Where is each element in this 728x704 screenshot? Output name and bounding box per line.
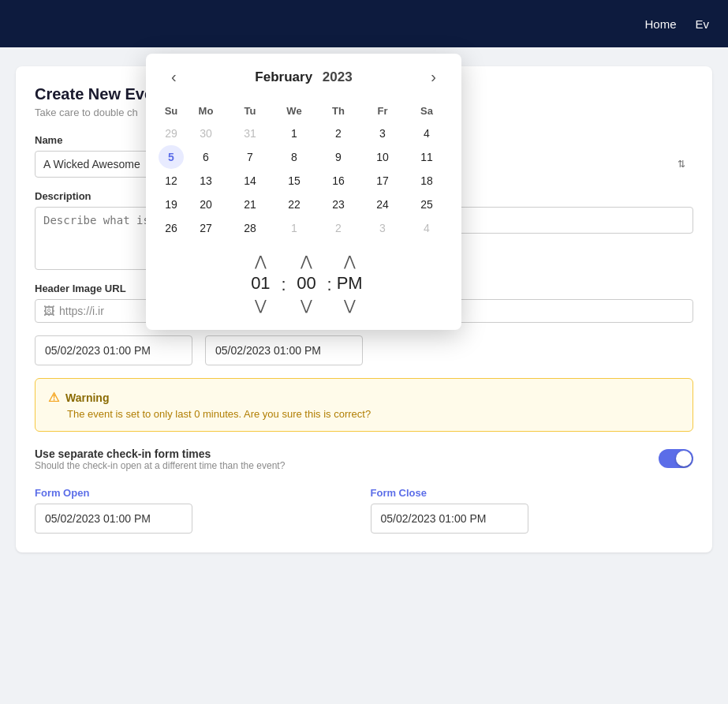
calendar-days-header-row: Su Mo Tu We Th Fr Sa bbox=[159, 100, 449, 122]
calendar-week-0: 2930311234 bbox=[159, 122, 449, 145]
ampm-value: PM bbox=[337, 273, 363, 294]
calendar-year: 2023 bbox=[323, 69, 353, 84]
calendar-day-1-4[interactable]: 9 bbox=[316, 145, 360, 169]
calendar-day-1-5[interactable]: 10 bbox=[360, 145, 405, 169]
calendar-week-4: 2627281234 bbox=[159, 216, 449, 240]
time-minutes-col: ⋀ 00 ⋁ bbox=[291, 253, 323, 314]
nav-ev-link[interactable]: Ev bbox=[695, 17, 709, 31]
calendar-day-1-2[interactable]: 7 bbox=[228, 145, 272, 169]
warning-message: The event is set to only last 0 minutes.… bbox=[67, 408, 680, 420]
time-separator-2: : bbox=[323, 275, 337, 295]
datetime-row bbox=[35, 335, 693, 365]
calendar-header: ‹ February 2023 › bbox=[159, 66, 449, 88]
time-picker: ⋀ 01 ⋁ : ⋀ 00 ⋁ : ⋀ PM ⋁ bbox=[159, 253, 449, 314]
calendar-day-4-0[interactable]: 26 bbox=[159, 216, 184, 240]
calendar-day-1-3[interactable]: 8 bbox=[272, 145, 316, 169]
checkin-toggle-sublabel: Should the check-in open at a different … bbox=[35, 460, 285, 471]
calendar-day-0-5[interactable]: 3 bbox=[360, 122, 405, 145]
calendar-week-1: 567891011 bbox=[159, 145, 449, 169]
calendar-popup: ‹ February 2023 › Su Mo Tu We Th Fr Sa bbox=[146, 54, 461, 330]
calendar-day-4-3[interactable]: 1 bbox=[272, 216, 316, 240]
calendar-week-3: 19202122232425 bbox=[159, 193, 449, 216]
calendar-day-1-0[interactable]: 5 bbox=[159, 145, 184, 169]
calendar-day-2-4[interactable]: 16 bbox=[316, 169, 360, 193]
warning-box: ⚠ Warning The event is set to only last … bbox=[35, 378, 693, 432]
top-navigation: Home Ev bbox=[0, 0, 728, 47]
time-hours-col: ⋀ 01 ⋁ bbox=[245, 253, 276, 314]
nav-home-link[interactable]: Home bbox=[644, 17, 676, 31]
form-open-group: Form Open bbox=[35, 487, 358, 534]
warning-header: ⚠ Warning bbox=[48, 390, 680, 405]
calendar-day-2-3[interactable]: 15 bbox=[272, 169, 316, 193]
warning-title: Warning bbox=[65, 391, 109, 404]
calendar-grid: Su Mo Tu We Th Fr Sa 2930311234567891011… bbox=[159, 100, 449, 240]
cal-th-fr: Fr bbox=[360, 100, 405, 122]
cal-th-mo: Mo bbox=[184, 100, 228, 122]
calendar-day-2-2[interactable]: 14 bbox=[228, 169, 272, 193]
minutes-up-button[interactable]: ⋀ bbox=[294, 253, 319, 270]
cal-th-sa: Sa bbox=[405, 100, 449, 122]
calendar-day-0-1[interactable]: 30 bbox=[184, 122, 228, 145]
form-open-label: Form Open bbox=[35, 487, 358, 499]
calendar-day-1-6[interactable]: 11 bbox=[405, 145, 449, 169]
calendar-day-3-5[interactable]: 24 bbox=[360, 193, 405, 216]
hours-value: 01 bbox=[245, 273, 276, 294]
calendar-day-3-4[interactable]: 23 bbox=[316, 193, 360, 216]
image-icon: 🖼 bbox=[43, 305, 54, 317]
checkin-toggle-label: Use separate check-in form times bbox=[35, 447, 285, 460]
calendar-day-2-6[interactable]: 18 bbox=[405, 169, 449, 193]
calendar-day-2-5[interactable]: 17 bbox=[360, 169, 405, 193]
calendar-day-4-6[interactable]: 4 bbox=[405, 216, 449, 240]
calendar-day-4-2[interactable]: 28 bbox=[228, 216, 272, 240]
form-times-row: Form Open Form Close bbox=[35, 487, 693, 534]
cal-th-su: Su bbox=[159, 100, 184, 122]
calendar-month: February bbox=[255, 69, 312, 84]
checkin-toggle-labels: Use separate check-in form times Should … bbox=[35, 447, 285, 471]
calendar-month-year: February 2023 bbox=[255, 69, 352, 85]
calendar-day-3-1[interactable]: 20 bbox=[184, 193, 228, 216]
ampm-down-button[interactable]: ⋁ bbox=[338, 297, 362, 314]
form-close-input[interactable] bbox=[371, 504, 528, 534]
calendar-day-3-3[interactable]: 22 bbox=[272, 193, 316, 216]
calendar-day-0-3[interactable]: 1 bbox=[272, 122, 316, 145]
time-separator-1: : bbox=[276, 275, 290, 295]
form-close-group: Form Close bbox=[371, 487, 694, 534]
calendar-day-3-0[interactable]: 19 bbox=[159, 193, 184, 216]
time-ampm-col: ⋀ PM ⋁ bbox=[337, 253, 363, 314]
minutes-value: 00 bbox=[291, 273, 323, 294]
calendar-day-0-6[interactable]: 4 bbox=[405, 122, 449, 145]
warning-icon: ⚠ bbox=[48, 390, 59, 405]
calendar-week-2: 12131415161718 bbox=[159, 169, 449, 193]
calendar-day-4-1[interactable]: 27 bbox=[184, 216, 228, 240]
main-content: Create New Event Take care to double ch … bbox=[0, 47, 728, 571]
calendar-day-4-5[interactable]: 3 bbox=[360, 216, 405, 240]
calendar-day-2-1[interactable]: 13 bbox=[184, 169, 228, 193]
calendar-body: 2930311234567891011121314151617181920212… bbox=[159, 122, 449, 240]
minutes-down-button[interactable]: ⋁ bbox=[294, 297, 319, 314]
checkin-toggle-switch[interactable] bbox=[659, 449, 693, 468]
ampm-up-button[interactable]: ⋀ bbox=[338, 253, 362, 270]
calendar-day-4-4[interactable]: 2 bbox=[316, 216, 360, 240]
form-open-input[interactable] bbox=[35, 504, 192, 534]
hours-up-button[interactable]: ⋀ bbox=[248, 253, 273, 270]
hours-down-button[interactable]: ⋁ bbox=[248, 297, 273, 314]
calendar-next-button[interactable]: › bbox=[424, 66, 442, 88]
calendar-day-0-0[interactable]: 29 bbox=[159, 122, 184, 145]
calendar-day-0-4[interactable]: 2 bbox=[316, 122, 360, 145]
start-datetime-input[interactable] bbox=[35, 335, 192, 365]
calendar-prev-button[interactable]: ‹ bbox=[165, 66, 183, 88]
calendar-day-1-1[interactable]: 6 bbox=[184, 145, 228, 169]
calendar-day-3-6[interactable]: 25 bbox=[405, 193, 449, 216]
form-close-label: Form Close bbox=[371, 487, 694, 499]
cal-th-we: We bbox=[272, 100, 316, 122]
end-datetime-input[interactable] bbox=[205, 335, 363, 365]
calendar-day-0-2[interactable]: 31 bbox=[228, 122, 272, 145]
calendar-day-2-0[interactable]: 12 bbox=[159, 169, 184, 193]
checkin-toggle-row: Use separate check-in form times Should … bbox=[35, 447, 693, 471]
calendar-day-3-2[interactable]: 21 bbox=[228, 193, 272, 216]
cal-th-th: Th bbox=[316, 100, 360, 122]
cal-th-tu: Tu bbox=[228, 100, 272, 122]
